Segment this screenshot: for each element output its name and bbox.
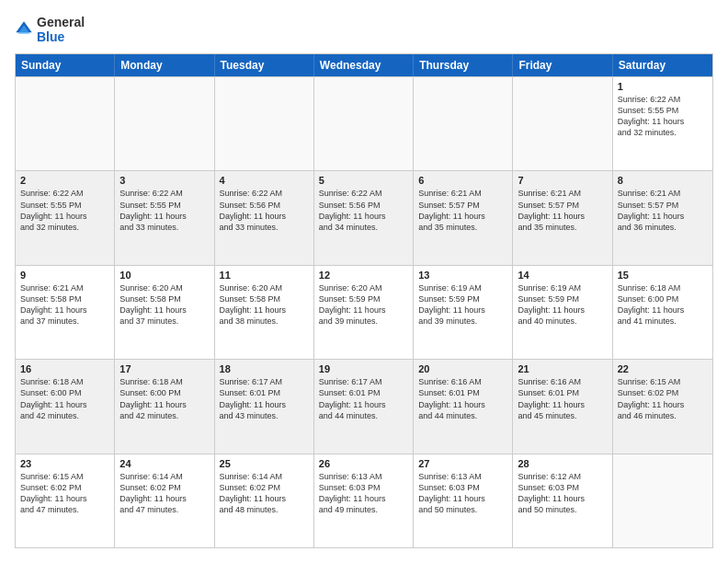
day-info: Sunrise: 6:16 AM Sunset: 6:01 PM Dayligh… <box>418 376 507 421</box>
day-number: 24 <box>119 458 209 469</box>
day-cell-5: 5Sunrise: 6:22 AM Sunset: 5:56 PM Daylig… <box>314 171 414 264</box>
day-number: 2 <box>20 175 109 186</box>
day-info: Sunrise: 6:22 AM Sunset: 5:55 PM Dayligh… <box>618 94 708 139</box>
day-info: Sunrise: 6:19 AM Sunset: 5:59 PM Dayligh… <box>518 282 607 327</box>
day-header-saturday: Saturday <box>613 54 712 76</box>
week-row-0: 1Sunrise: 6:22 AM Sunset: 5:55 PM Daylig… <box>16 76 712 170</box>
logo-general: General <box>37 15 85 29</box>
day-info: Sunrise: 6:21 AM Sunset: 5:57 PM Dayligh… <box>518 188 607 233</box>
weeks: 1Sunrise: 6:22 AM Sunset: 5:55 PM Daylig… <box>16 76 712 547</box>
day-info: Sunrise: 6:21 AM Sunset: 5:57 PM Dayligh… <box>618 188 708 233</box>
day-cell-17: 17Sunrise: 6:18 AM Sunset: 6:00 PM Dayli… <box>115 360 214 453</box>
day-number: 1 <box>618 81 708 92</box>
week-row-3: 16Sunrise: 6:18 AM Sunset: 6:00 PM Dayli… <box>16 359 712 453</box>
day-info: Sunrise: 6:20 AM Sunset: 5:58 PM Dayligh… <box>119 282 209 327</box>
day-cell-28: 28Sunrise: 6:12 AM Sunset: 6:03 PM Dayli… <box>513 454 612 547</box>
day-info: Sunrise: 6:20 AM Sunset: 5:59 PM Dayligh… <box>319 282 408 327</box>
day-header-thursday: Thursday <box>414 54 513 76</box>
day-info: Sunrise: 6:12 AM Sunset: 6:03 PM Dayligh… <box>518 471 607 516</box>
day-number: 3 <box>119 175 209 186</box>
day-number: 15 <box>618 270 708 281</box>
day-info: Sunrise: 6:13 AM Sunset: 6:03 PM Dayligh… <box>319 471 408 516</box>
day-number: 4 <box>220 175 309 186</box>
day-info: Sunrise: 6:22 AM Sunset: 5:55 PM Dayligh… <box>119 188 209 233</box>
day-cell-empty-0-4 <box>414 77 513 170</box>
day-cell-12: 12Sunrise: 6:20 AM Sunset: 5:59 PM Dayli… <box>314 266 414 359</box>
day-cell-empty-0-2 <box>215 77 314 170</box>
day-info: Sunrise: 6:22 AM Sunset: 5:56 PM Dayligh… <box>319 188 408 233</box>
day-number: 10 <box>119 270 209 281</box>
day-cell-22: 22Sunrise: 6:15 AM Sunset: 6:02 PM Dayli… <box>613 360 712 453</box>
day-cell-4: 4Sunrise: 6:22 AM Sunset: 5:56 PM Daylig… <box>215 171 314 264</box>
day-number: 23 <box>20 458 109 469</box>
day-cell-empty-0-0 <box>16 77 115 170</box>
day-cell-21: 21Sunrise: 6:16 AM Sunset: 6:01 PM Dayli… <box>513 360 612 453</box>
day-number: 7 <box>518 175 607 186</box>
logo-icon <box>15 20 33 39</box>
day-info: Sunrise: 6:16 AM Sunset: 6:01 PM Dayligh… <box>518 376 607 421</box>
day-info: Sunrise: 6:22 AM Sunset: 5:55 PM Dayligh… <box>20 188 109 233</box>
day-cell-11: 11Sunrise: 6:20 AM Sunset: 5:58 PM Dayli… <box>215 266 314 359</box>
day-cell-6: 6Sunrise: 6:21 AM Sunset: 5:57 PM Daylig… <box>414 171 513 264</box>
day-cell-7: 7Sunrise: 6:21 AM Sunset: 5:57 PM Daylig… <box>513 171 612 264</box>
day-number: 28 <box>518 458 607 469</box>
day-cell-2: 2Sunrise: 6:22 AM Sunset: 5:55 PM Daylig… <box>16 171 115 264</box>
day-cell-27: 27Sunrise: 6:13 AM Sunset: 6:03 PM Dayli… <box>414 454 513 547</box>
day-number: 12 <box>319 270 408 281</box>
day-cell-23: 23Sunrise: 6:15 AM Sunset: 6:02 PM Dayli… <box>16 454 115 547</box>
day-cell-empty-0-1 <box>115 77 214 170</box>
day-cell-1: 1Sunrise: 6:22 AM Sunset: 5:55 PM Daylig… <box>613 77 712 170</box>
day-number: 5 <box>319 175 408 186</box>
day-number: 17 <box>119 363 209 374</box>
day-info: Sunrise: 6:21 AM Sunset: 5:57 PM Dayligh… <box>418 188 507 233</box>
day-info: Sunrise: 6:20 AM Sunset: 5:58 PM Dayligh… <box>220 282 309 327</box>
week-row-1: 2Sunrise: 6:22 AM Sunset: 5:55 PM Daylig… <box>16 170 712 264</box>
day-number: 20 <box>418 363 507 374</box>
logo-blue: Blue <box>37 29 85 44</box>
day-cell-13: 13Sunrise: 6:19 AM Sunset: 5:59 PM Dayli… <box>414 266 513 359</box>
day-header-monday: Monday <box>115 54 214 76</box>
day-cell-24: 24Sunrise: 6:14 AM Sunset: 6:02 PM Dayli… <box>115 454 214 547</box>
day-cell-empty-0-5 <box>513 77 612 170</box>
day-cell-empty-4-6 <box>613 454 712 547</box>
day-number: 19 <box>319 363 408 374</box>
day-number: 27 <box>418 458 507 469</box>
day-cell-16: 16Sunrise: 6:18 AM Sunset: 6:00 PM Dayli… <box>16 360 115 453</box>
day-header-sunday: Sunday <box>16 54 115 76</box>
day-info: Sunrise: 6:14 AM Sunset: 6:02 PM Dayligh… <box>119 471 209 516</box>
day-headers: SundayMondayTuesdayWednesdayThursdayFrid… <box>16 54 712 76</box>
day-number: 16 <box>20 363 109 374</box>
day-info: Sunrise: 6:13 AM Sunset: 6:03 PM Dayligh… <box>418 471 507 516</box>
day-info: Sunrise: 6:15 AM Sunset: 6:02 PM Dayligh… <box>618 376 708 421</box>
calendar: SundayMondayTuesdayWednesdayThursdayFrid… <box>15 53 713 548</box>
day-cell-20: 20Sunrise: 6:16 AM Sunset: 6:01 PM Dayli… <box>414 360 513 453</box>
day-info: Sunrise: 6:18 AM Sunset: 6:00 PM Dayligh… <box>618 282 708 327</box>
day-number: 22 <box>618 363 708 374</box>
day-number: 11 <box>220 270 309 281</box>
day-header-tuesday: Tuesday <box>215 54 314 76</box>
day-info: Sunrise: 6:17 AM Sunset: 6:01 PM Dayligh… <box>319 376 408 421</box>
day-cell-25: 25Sunrise: 6:14 AM Sunset: 6:02 PM Dayli… <box>215 454 314 547</box>
day-cell-9: 9Sunrise: 6:21 AM Sunset: 5:58 PM Daylig… <box>16 266 115 359</box>
day-number: 8 <box>618 175 708 186</box>
day-cell-18: 18Sunrise: 6:17 AM Sunset: 6:01 PM Dayli… <box>215 360 314 453</box>
day-number: 13 <box>418 270 507 281</box>
day-number: 25 <box>220 458 309 469</box>
day-number: 26 <box>319 458 408 469</box>
day-info: Sunrise: 6:18 AM Sunset: 6:00 PM Dayligh… <box>119 376 209 421</box>
day-number: 21 <box>518 363 607 374</box>
day-cell-14: 14Sunrise: 6:19 AM Sunset: 5:59 PM Dayli… <box>513 266 612 359</box>
day-info: Sunrise: 6:15 AM Sunset: 6:02 PM Dayligh… <box>20 471 109 516</box>
day-cell-empty-0-3 <box>314 77 414 170</box>
day-header-wednesday: Wednesday <box>314 54 414 76</box>
day-info: Sunrise: 6:19 AM Sunset: 5:59 PM Dayligh… <box>418 282 507 327</box>
logo: General Blue <box>15 15 85 44</box>
day-number: 18 <box>220 363 309 374</box>
day-info: Sunrise: 6:18 AM Sunset: 6:00 PM Dayligh… <box>20 376 109 421</box>
week-row-2: 9Sunrise: 6:21 AM Sunset: 5:58 PM Daylig… <box>16 265 712 359</box>
day-header-friday: Friday <box>513 54 612 76</box>
day-cell-19: 19Sunrise: 6:17 AM Sunset: 6:01 PM Dayli… <box>314 360 414 453</box>
day-info: Sunrise: 6:21 AM Sunset: 5:58 PM Dayligh… <box>20 282 109 327</box>
day-cell-3: 3Sunrise: 6:22 AM Sunset: 5:55 PM Daylig… <box>115 171 214 264</box>
day-cell-8: 8Sunrise: 6:21 AM Sunset: 5:57 PM Daylig… <box>613 171 712 264</box>
